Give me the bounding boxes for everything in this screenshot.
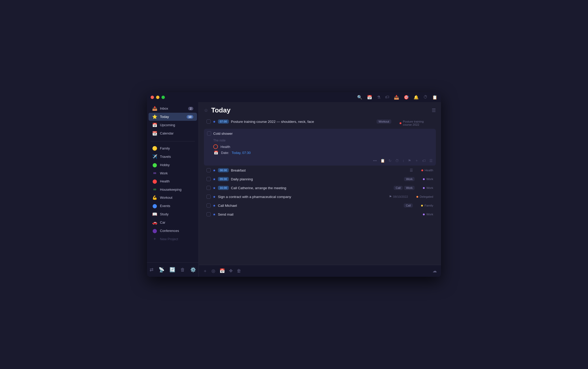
task-row-expanded[interactable]: The note Health 📅 Date: Today, 07:30 •••: [204, 129, 436, 166]
task-row[interactable]: ★ 08:00 Breakfast ☰ Health: [204, 166, 436, 174]
more-icon[interactable]: •••: [373, 159, 377, 163]
flag-action-icon[interactable]: ⚑: [408, 159, 411, 163]
search-icon[interactable]: 🔍: [357, 95, 362, 100]
task-star-icon[interactable]: ★: [213, 204, 216, 208]
tag-icon[interactable]: 🏷: [385, 95, 389, 100]
task-checkbox[interactable]: [207, 212, 211, 216]
project-name[interactable]: Health: [220, 145, 230, 149]
sidebar-item-calendar[interactable]: 📆 Calendar: [149, 129, 197, 137]
task-checkbox[interactable]: [207, 131, 211, 136]
task-tag-work[interactable]: Work: [404, 186, 415, 190]
sidebar-item-family[interactable]: 🟡 Family: [149, 144, 197, 152]
sidebar-item-upcoming[interactable]: 📅 Upcoming: [149, 121, 197, 129]
sidebar-item-car[interactable]: 🚗 Car: [149, 218, 197, 226]
task-checkbox[interactable]: [207, 177, 211, 181]
minimize-button[interactable]: [156, 96, 159, 99]
task-title: Send mail: [218, 212, 415, 216]
subtask-label: Family: [424, 204, 433, 207]
header-menu-icon[interactable]: ☰: [432, 108, 436, 113]
sidebar-divider: [151, 141, 195, 141]
inbox-icon[interactable]: 📥: [394, 95, 399, 100]
task-tags: Call: [404, 203, 413, 208]
sidebar-item-today[interactable]: ⭐ Today 10: [149, 113, 197, 121]
priority-icon[interactable]: ◎: [211, 268, 215, 274]
bell-icon[interactable]: 🔔: [414, 95, 419, 100]
task-title-input[interactable]: [213, 132, 433, 136]
task-star-icon[interactable]: ★: [213, 186, 216, 190]
task-row[interactable]: ★ Send mail Work: [204, 210, 436, 218]
task-tag[interactable]: Work: [404, 177, 415, 181]
tag-action-icon[interactable]: 🏷: [422, 159, 426, 163]
settings-icon[interactable]: ⚙️: [189, 265, 197, 274]
task-checkbox[interactable]: [207, 195, 211, 199]
add-task-icon[interactable]: ＋: [203, 268, 207, 274]
delete-tool-icon[interactable]: 🗑: [237, 268, 241, 274]
add-action-icon[interactable]: ＋: [415, 158, 418, 163]
sidebar-item-travels[interactable]: ✈️ Travels: [149, 153, 197, 161]
calendar-label: Calendar: [160, 131, 193, 135]
sidebar-item-work[interactable]: ∞ Work: [149, 169, 197, 177]
task-row[interactable]: ★ Sign a contract with a pharmaceutical …: [204, 193, 436, 201]
sidebar-item-workout[interactable]: 💪 Workout: [149, 194, 197, 202]
task-flag-date: ⚑ 08/10/2022: [389, 195, 408, 198]
task-checkbox[interactable]: [207, 168, 211, 172]
task-tag[interactable]: Call: [404, 203, 413, 208]
task-row[interactable]: ★ 16:00 Call Catherine, arrange the meet…: [204, 184, 436, 192]
task-title: Sign a contract with a pharmaceutical co…: [218, 195, 387, 199]
close-button[interactable]: [151, 96, 154, 99]
car-label: Car: [160, 221, 193, 224]
task-row[interactable]: ★ Call Michael Call Family: [204, 201, 436, 210]
trash-icon[interactable]: 🗑: [179, 266, 187, 274]
task-tags: Call Work: [394, 186, 415, 190]
task-checkbox[interactable]: [207, 203, 211, 208]
task-subtask: Posture training course 2022: [393, 120, 433, 126]
calendar-tool-icon[interactable]: 📅: [219, 268, 225, 274]
task-row[interactable]: ★ 09:00 Daily planning Work Work: [204, 175, 436, 183]
maximize-button[interactable]: [161, 96, 165, 99]
task-row[interactable]: ★ 07:00 Posture training course 2022 — s…: [204, 117, 436, 128]
timer-icon[interactable]: ⏱: [423, 95, 428, 100]
housekeeping-icon: ∞: [152, 187, 157, 192]
task-subtask: Family: [415, 204, 433, 207]
task-tag-call[interactable]: Call: [394, 186, 403, 190]
shuffle-icon[interactable]: ⇄: [148, 265, 155, 274]
task-checkbox[interactable]: [207, 186, 211, 190]
date-value[interactable]: Today, 07:30: [232, 151, 251, 155]
calendar-action-icon[interactable]: 📋: [380, 159, 385, 163]
sidebar-item-hobby[interactable]: ⬤ Hobby: [149, 161, 197, 169]
sidebar-item-inbox[interactable]: 📥 Inbox 2: [149, 104, 197, 112]
timer-action-icon[interactable]: ⏱: [395, 159, 399, 163]
task-star-icon[interactable]: ★: [213, 177, 216, 181]
cloud-sync-icon[interactable]: ☁: [432, 268, 437, 274]
sidebar-item-conferences[interactable]: ⬤ Conferences: [149, 227, 197, 235]
filter-icon[interactable]: ⚗: [377, 95, 380, 100]
sidebar-item-health[interactable]: ⬤ Health: [149, 177, 197, 185]
task-time: 09:00: [218, 177, 229, 181]
sidebar-item-housekeeping[interactable]: ∞ Housekeeping: [149, 186, 197, 193]
task-star-icon[interactable]: ★: [213, 168, 216, 172]
task-row-main: ★ Sign a contract with a pharmaceutical …: [207, 195, 408, 199]
family-icon: 🟡: [152, 146, 157, 151]
sidebar-item-events[interactable]: ⬤ Events: [149, 202, 197, 210]
task-tag[interactable]: Workout: [377, 119, 391, 124]
copy-icon[interactable]: 📋: [432, 95, 437, 100]
sidebar-item-new-project[interactable]: + New Project: [149, 235, 197, 243]
titlebar-toolbar: 🔍 📅 ⚗ 🏷 📥 🎯 🔔 ⏱ 📋: [357, 95, 437, 100]
task-checkbox[interactable]: [207, 119, 211, 124]
list-icon[interactable]: ☰: [410, 168, 413, 172]
wifi-icon[interactable]: 📡: [157, 265, 166, 274]
task-star-icon[interactable]: ★: [213, 120, 216, 124]
favorite-star-icon[interactable]: ☆: [204, 108, 208, 113]
list-action-icon[interactable]: ☰: [429, 159, 433, 163]
task-star-icon[interactable]: ★: [213, 212, 216, 216]
task-star-icon[interactable]: ★: [213, 195, 216, 199]
repeat-action-icon[interactable]: ↻: [388, 159, 392, 163]
history-icon[interactable]: 🔄: [168, 265, 177, 274]
calendar-field-icon: 📅: [213, 151, 218, 155]
move-tool-icon[interactable]: ✥: [229, 268, 233, 274]
focus-icon[interactable]: 🎯: [404, 95, 409, 100]
move-action-icon[interactable]: ↕: [402, 159, 404, 163]
subtask-dot: [423, 187, 425, 189]
sidebar-item-study[interactable]: 📖 Study: [149, 210, 197, 218]
calendar-icon[interactable]: 📅: [367, 95, 372, 100]
